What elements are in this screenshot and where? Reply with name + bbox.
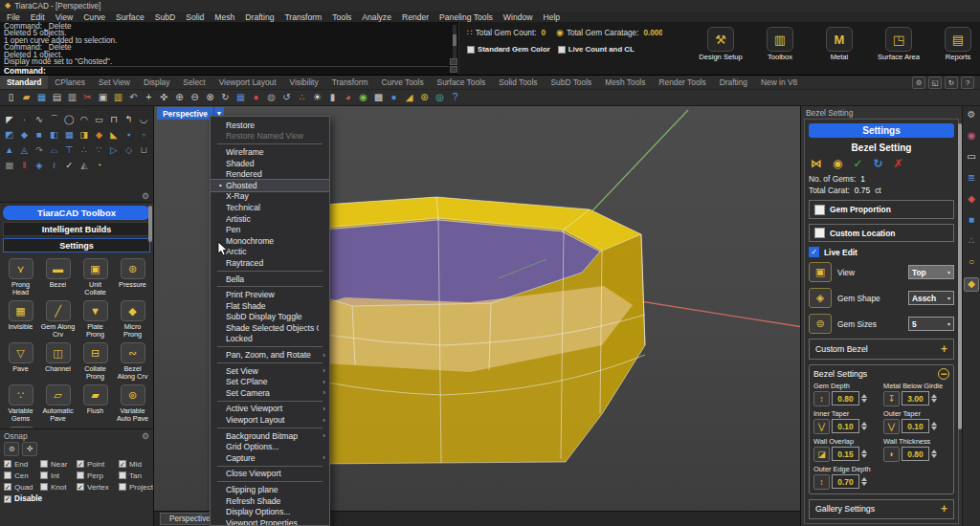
- context-menu-item[interactable]: [217, 401, 323, 402]
- palette-icon[interactable]: ▲: [2, 142, 17, 157]
- spinner-arrows[interactable]: [861, 449, 867, 458]
- toolbar-icon[interactable]: ◎: [434, 93, 446, 102]
- palette-icon[interactable]: ∿: [32, 112, 47, 126]
- context-menu-item[interactable]: Viewport Properties...: [211, 517, 329, 526]
- context-menu-item[interactable]: Technical: [211, 202, 329, 213]
- add-icon[interactable]: +: [941, 503, 947, 515]
- toolbar-icon[interactable]: ↶: [127, 93, 140, 102]
- context-menu-item[interactable]: [217, 362, 323, 363]
- menu-item[interactable]: Paneling Tools: [439, 12, 493, 22]
- context-menu-item[interactable]: Active Viewport: [211, 404, 329, 415]
- palette-icon[interactable]: ◩: [2, 127, 17, 142]
- toolbar-icon[interactable]: ◉: [357, 93, 369, 102]
- context-menu-item[interactable]: Set Camera: [211, 387, 329, 399]
- live-edit-checkbox[interactable]: ✓Live Edit: [809, 247, 954, 257]
- palette-icon[interactable]: ⌓: [47, 142, 62, 157]
- context-menu-item[interactable]: [217, 481, 323, 482]
- toolbar-icon[interactable]: ☀: [311, 93, 323, 102]
- context-menu-item[interactable]: X-Ray: [211, 191, 329, 203]
- palette-icon[interactable]: ⊔: [136, 142, 151, 157]
- palette-icon[interactable]: ◔: [92, 158, 107, 172]
- palette-icon[interactable]: ■: [32, 127, 47, 142]
- context-menu-item[interactable]: Pen: [211, 224, 329, 235]
- bezel-action-icon[interactable]: ⋈: [811, 158, 822, 169]
- toolbox-tool[interactable]: ⊛ Pressure: [115, 258, 150, 296]
- spinner-arrows[interactable]: [931, 422, 937, 430]
- osnap-option[interactable]: Int: [40, 471, 75, 480]
- palette-icon[interactable]: ∵: [92, 142, 107, 157]
- bezel-panel-scrollbar[interactable]: [958, 123, 962, 429]
- spinner-value[interactable]: 0.15: [832, 447, 859, 461]
- toolbar-tab[interactable]: Viewport Layout: [212, 76, 283, 89]
- toolbar-right-icon[interactable]: ◱: [928, 77, 942, 89]
- spinner-value[interactable]: 0.80: [902, 447, 929, 461]
- menu-item[interactable]: Drafting: [245, 12, 274, 22]
- dropdown-select[interactable]: 5▾: [908, 317, 954, 331]
- toolbox-tool[interactable]: ▽ Pave: [3, 342, 38, 381]
- toolbox-tool[interactable]: ⋎ Prong Head: [3, 258, 38, 296]
- context-menu-item[interactable]: Viewport Layout: [211, 414, 329, 426]
- toolbox-tool[interactable]: ⊚ Variable Auto Pave: [115, 384, 150, 423]
- gem-summary-checkbox[interactable]: Standard Gem Color: [467, 45, 550, 54]
- osnap-toolbar-button[interactable]: ⊚: [4, 442, 19, 456]
- context-menu-item[interactable]: Capture: [211, 452, 329, 464]
- gem-proportion-checkbox[interactable]: Gem Proportion: [809, 200, 954, 218]
- toolbar-tab[interactable]: Visibility: [283, 76, 325, 89]
- context-menu-item[interactable]: [217, 466, 323, 467]
- toolbar-right-icon[interactable]: ↻: [945, 77, 958, 89]
- toolbar-icon[interactable]: ✂: [81, 93, 94, 102]
- osnap-option[interactable]: Mid: [119, 459, 153, 469]
- settings-button[interactable]: Settings: [809, 123, 954, 138]
- toolbox-tool[interactable]: ▦ Invisible: [3, 300, 38, 339]
- toolbox-tool[interactable]: ◫ Channel: [40, 342, 76, 381]
- dropdown-select[interactable]: Top▾: [908, 265, 954, 279]
- spinner-value[interactable]: 0.80: [832, 391, 859, 405]
- app-button[interactable]: ▤ Reports: [936, 27, 980, 75]
- toolbar-icon[interactable]: ▩: [372, 93, 385, 102]
- menu-item[interactable]: View: [56, 12, 73, 22]
- osnap-option[interactable]: Point: [77, 459, 117, 469]
- context-menu-item[interactable]: Print Preview: [211, 289, 329, 300]
- menu-item[interactable]: Mesh: [214, 12, 234, 22]
- toolbox-scrollbar[interactable]: [148, 206, 152, 242]
- osnap-disable[interactable]: Disable: [4, 494, 149, 503]
- toolbar-icon[interactable]: ◕: [342, 93, 354, 102]
- toolbar-icon[interactable]: ▣: [97, 93, 109, 102]
- palette-icon[interactable]: ↰: [122, 112, 137, 126]
- context-menu-item[interactable]: Set View: [211, 365, 329, 377]
- osnap-option[interactable]: Cen: [4, 471, 38, 480]
- toolbar-icon[interactable]: ▰: [20, 93, 33, 102]
- context-menu-item[interactable]: Grid Options...: [211, 441, 329, 452]
- context-menu-item[interactable]: Background Bitmap: [211, 430, 329, 442]
- menu-item[interactable]: Solid: [186, 12, 204, 22]
- toolbar-tab[interactable]: SubD Tools: [545, 76, 599, 89]
- osnap-option[interactable]: Vertex: [77, 482, 117, 492]
- toolbar-icon[interactable]: ▯: [5, 93, 17, 102]
- palette-icon[interactable]: ◨: [77, 127, 92, 142]
- toolbar-icon[interactable]: ▥: [112, 93, 124, 102]
- palette-icon[interactable]: ⌒: [47, 112, 62, 126]
- toolbar-icon[interactable]: ⊕: [173, 93, 186, 102]
- toolbar-icon[interactable]: ●: [388, 93, 400, 102]
- bezel-action-icon[interactable]: ✗: [894, 158, 903, 169]
- osnap-option[interactable]: Quad: [4, 482, 38, 492]
- menu-item[interactable]: Analyze: [362, 12, 391, 22]
- spinner-arrows[interactable]: [861, 477, 867, 486]
- toolbar-icon[interactable]: ↻: [219, 93, 232, 102]
- gallery-settings-button[interactable]: Gallery Settings +: [809, 499, 954, 519]
- command-scroll-buttons[interactable]: [450, 58, 457, 73]
- toolbar-tab[interactable]: Transform: [325, 76, 375, 89]
- toolbar-tab[interactable]: Standard: [0, 76, 48, 89]
- toolbar-tab[interactable]: Render Tools: [652, 76, 712, 89]
- toolbar-icon[interactable]: ∴: [296, 93, 308, 102]
- context-menu-item[interactable]: Shaded: [211, 158, 329, 169]
- context-menu-item[interactable]: [217, 143, 323, 144]
- menu-item[interactable]: Window: [503, 12, 533, 22]
- section-intelligent-builds[interactable]: Intelligent Builds: [3, 222, 150, 236]
- context-menu-item[interactable]: Artistic: [211, 213, 329, 225]
- menu-item[interactable]: File: [7, 12, 20, 22]
- palette-icon[interactable]: ◠: [77, 112, 92, 126]
- context-menu-item[interactable]: Ghosted: [211, 180, 329, 191]
- menu-item[interactable]: Surface: [116, 12, 145, 22]
- context-menu-item[interactable]: [217, 286, 323, 287]
